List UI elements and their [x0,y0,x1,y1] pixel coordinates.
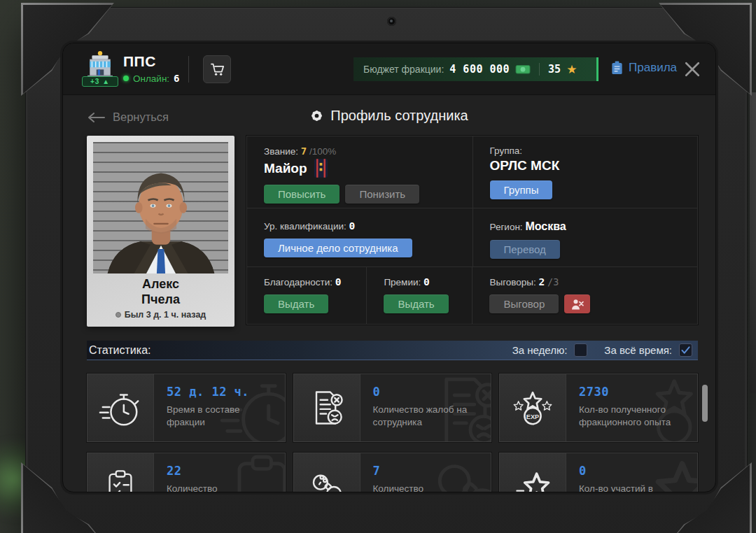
page-title: Профиль сотрудника [63,108,715,124]
give-bonus-button[interactable]: Выдать [384,294,448,313]
mugshot-portrait [102,155,220,273]
employee-photo-card: Алекс Пчела Был 3 д. 1 ч. назад [87,136,234,327]
alltime-filter-label: За всё время: [604,344,672,356]
personal-file-button[interactable]: Личное дело сотрудника [264,239,412,257]
reprimands-value: 2 [539,276,545,287]
promote-button[interactable]: Повысить [264,185,340,204]
group-value: ОРЛС МСК [490,158,560,173]
last-seen-status: Был 3 д. 1 ч. назад [93,310,228,320]
close-icon [685,62,700,77]
reprimands-section: Выговоры: 2 /3 Выговор [472,267,697,324]
rules-link[interactable]: Правила [610,60,677,76]
stat-value: 0 [579,464,653,478]
stat-value: 0 [373,385,486,399]
thanks-value: 0 [335,276,342,287]
stat-card-events: 0 Кол-во участий в [499,453,698,492]
rank-value: 7 [301,145,307,157]
complaint-document-icon [294,374,360,441]
person-remove-icon [570,298,584,311]
stat-value: 52 д. 12 ч. [167,385,279,399]
money-icon [515,64,531,75]
camera-dot [387,17,396,26]
stat-card-exp: EXP 2730 Кол-во полученного фракционного… [499,374,698,442]
background-wall-edge [750,92,756,393]
page-title-label: Профиль сотрудника [330,108,468,124]
stat-value: 22 [167,464,218,478]
stat-label: Количество [373,483,424,492]
budget-label: Бюджет фракции: [363,64,444,75]
online-status: Онлайн: 6 [123,73,180,84]
online-label: Онлайн: [133,73,169,84]
header-divider [188,56,189,83]
region-value: Москва [525,220,566,232]
epaulette-icon [314,159,328,178]
faction-name: ППС [123,53,156,70]
exp-badge-label: EXP [526,413,539,420]
rules-label: Правила [629,61,677,75]
stat-label: Время в составе фракции [167,404,279,428]
offline-dot-icon [115,312,121,318]
faction-budget-bar: Бюджет фракции: 4 600 000 35 ★ [354,57,598,81]
thanks-section: Благодарности: 0 Выдать [247,267,366,324]
statistics-title: Статистика: [89,344,150,357]
checkmark-icon [681,346,690,354]
transfer-button[interactable]: Перевод [490,240,560,259]
mugshot-photo [93,142,228,273]
qualification-value: 0 [349,220,356,232]
fire-employee-button[interactable] [564,294,590,313]
bonuses-section: Премии: 0 Выдать [366,267,472,324]
stopwatch-icon [88,374,154,441]
qualification-label: Ур. квалификации: [264,221,346,232]
employee-profile-panel: Звание: 7 /100% Майор [246,136,698,325]
shop-cart-button[interactable] [203,55,231,83]
clipboard-watermark-icon [219,453,286,492]
employee-first-name: Алекс [93,277,228,292]
give-thanks-button[interactable]: Выдать [264,294,328,313]
groups-button[interactable]: Группы [490,180,553,199]
close-button[interactable] [685,62,700,77]
tablet-frame: +3 ▲ ППС Онлайн: 6 Бюджет фракции: 4 600… [25,7,748,533]
group-section: Группа: ОРЛС МСК Группы [472,136,698,208]
handcuffs-icon [294,453,360,492]
statistics-bar: Статистика: За неделю: За всё время: [87,341,698,360]
handcuffs-watermark-icon [425,453,491,492]
gear-icon [310,109,323,122]
header-bar: +3 ▲ ППС Онлайн: 6 Бюджет фракции: 4 600… [63,43,715,95]
bonuses-value: 0 [424,276,430,287]
reprimand-button[interactable]: Выговор [489,294,559,313]
stat-card-complaints: 0 Количество жалоб на сотрудника [293,374,492,442]
week-checkbox[interactable] [574,343,587,357]
region-label: Регион: [490,222,523,232]
rank-label: Звание: [264,146,298,157]
employee-last-name: Пчела [93,292,228,308]
stat-card-faction-time: 52 д. 12 ч. Время в составе фракции [87,374,286,442]
star-icon: ★ [566,64,577,76]
scrollbar-thumb[interactable] [702,385,708,422]
last-seen-label: Был 3 д. 1 ч. назад [125,310,206,320]
budget-divider [539,63,540,76]
stat-card-reports: 22 Количество [87,453,286,492]
stat-label: Количество [167,483,218,492]
rules-clipboard-icon [610,60,624,76]
statistics-cards: 52 д. 12 ч. Время в составе фракции [87,374,698,492]
stat-value: 2730 [579,385,692,399]
week-filter-label: За неделю: [512,344,568,356]
rank-progress: /100% [309,146,336,157]
thanks-label: Благодарности: [264,277,332,287]
online-dot-icon [123,76,129,81]
faction-logo-icon: +3 ▲ [84,50,116,87]
clipboard-checklist-icon [88,453,154,492]
star-speed-icon [500,453,566,492]
reprimands-max: /3 [547,276,559,287]
region-section: Регион: Москва Перевод [472,208,698,266]
bonuses-label: Премии: [384,277,421,287]
demote-button[interactable]: Понизить [345,185,419,204]
group-label: Группа: [490,145,523,156]
qualification-section: Ур. квалификации: 0 Личное дело сотрудни… [247,208,472,266]
stat-label: Количество жалоб на сотрудника [373,404,486,428]
online-count: 6 [174,73,179,84]
alltime-checkbox[interactable] [679,343,692,357]
rank-section: Звание: 7 /100% Майор [247,136,472,208]
budget-stars-value: 35 [548,63,561,76]
reprimands-label: Выговоры: [489,277,536,287]
